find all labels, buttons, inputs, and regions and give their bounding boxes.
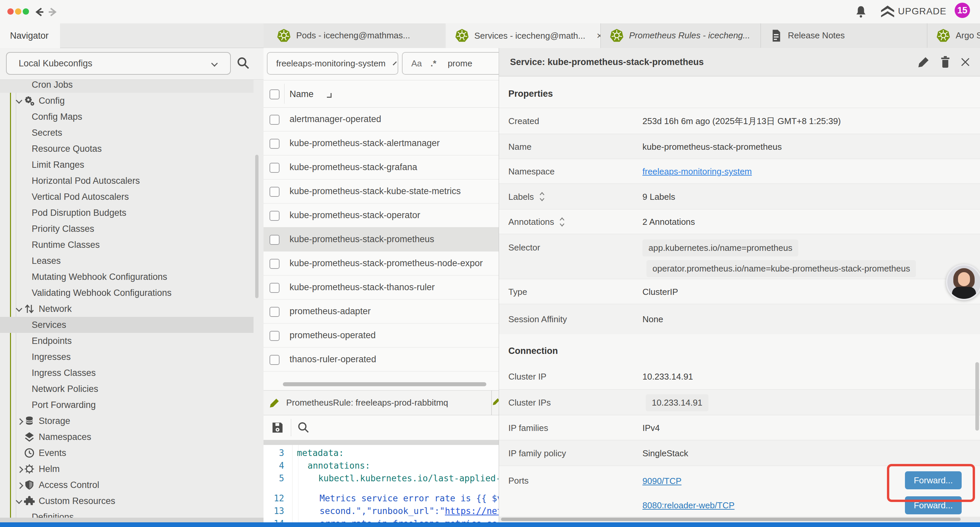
notifications-bell-icon[interactable] — [854, 5, 867, 18]
search-icon[interactable] — [236, 56, 250, 70]
detail-title: Service: kube-prometheus-stack-prometheu… — [510, 57, 704, 67]
row-checkbox[interactable] — [269, 235, 280, 245]
row-checkbox[interactable] — [269, 187, 280, 197]
sidebar-horizontal-scrollbar[interactable] — [0, 517, 264, 522]
editor-tab-prometheusrule[interactable]: PrometheusRule: freeleaps-prod-rabbitmq — [264, 390, 492, 415]
sidebar-item-namespaces[interactable]: Namespaces — [0, 429, 253, 445]
detail-horizontal-scrollbar-thumb[interactable] — [501, 517, 961, 521]
kubernetes-icon — [455, 29, 469, 43]
minimize-window-button[interactable] — [15, 8, 21, 15]
sidebar-item-ingresses[interactable]: Ingresses — [0, 349, 253, 365]
table-row[interactable]: thanos-ruler-operated — [264, 347, 499, 372]
user-avatar[interactable] — [946, 264, 980, 300]
table-row[interactable]: kube-prometheus-stack-thanos-ruler — [264, 275, 499, 299]
port-link-9090[interactable]: 9090/TCP — [643, 476, 681, 486]
tab-prometheus-rules[interactable]: Prometheus Rules - icecheng... — [600, 23, 761, 48]
sidebar-item-leases[interactable]: Leases — [0, 253, 253, 269]
sidebar-item-validating-webhook-configurations[interactable]: Validating Webhook Configurations — [0, 285, 253, 301]
delete-trash-icon[interactable] — [939, 56, 951, 68]
sidebar-item-custom-resources[interactable]: Custom Resources — [0, 493, 253, 509]
select-all-checkbox[interactable] — [269, 89, 280, 99]
row-checkbox[interactable] — [269, 283, 280, 293]
expand-collapse-icon[interactable] — [539, 192, 546, 202]
maximize-window-button[interactable] — [23, 8, 29, 15]
yaml-editor[interactable]: 3metadata: 4annotations: 5kubectl.kubern… — [264, 445, 499, 527]
sidebar-scrollbar-thumb[interactable] — [255, 155, 259, 298]
tab-strip: Navigator Pods - icecheng@mathmas... Ser… — [0, 23, 980, 48]
row-checkbox[interactable] — [269, 163, 280, 173]
sidebar-item-limit-ranges[interactable]: Limit Ranges — [0, 157, 253, 173]
expand-collapse-icon[interactable] — [559, 217, 565, 227]
match-case-icon[interactable]: Aa — [411, 58, 422, 69]
editor-scroll-strip[interactable] — [264, 440, 499, 445]
sidebar-item-vertical-pod-autoscalers[interactable]: Vertical Pod Autoscalers — [0, 189, 253, 205]
upgrade-label[interactable]: UPGRADE — [898, 6, 946, 17]
row-checkbox[interactable] — [269, 331, 280, 341]
tab-pods[interactable]: Pods - icecheng@mathmas... — [267, 23, 446, 48]
row-checkbox[interactable] — [269, 139, 280, 149]
column-header-name[interactable]: Name — [290, 89, 313, 99]
row-checkbox[interactable] — [269, 115, 280, 125]
sidebar-item-priority-classes[interactable]: Priority Classes — [0, 221, 253, 237]
detail-scrollbar-thumb[interactable] — [975, 362, 979, 431]
sidebar-item-horizontal-pod-autoscalers[interactable]: Horizontal Pod Autoscalers — [0, 173, 253, 189]
row-checkbox[interactable] — [269, 355, 280, 365]
kubeconfig-selector[interactable]: Local Kubeconfigs — [6, 52, 231, 75]
sidebar-item-access-control[interactable]: Access Control — [0, 477, 253, 493]
sidebar-item-secrets[interactable]: Secrets — [0, 125, 253, 141]
kubernetes-icon — [936, 29, 950, 43]
table-row[interactable]: kube-prometheus-stack-grafana — [264, 155, 499, 180]
runbook-url-link[interactable]: https://netda — [445, 506, 499, 516]
close-icon[interactable] — [960, 57, 970, 67]
sidebar-item-helm[interactable]: Helm — [0, 461, 253, 477]
filter-search-input[interactable]: Aa .* prome — [402, 52, 499, 75]
sidebar-item-storage[interactable]: Storage — [0, 413, 253, 429]
row-checkbox[interactable] — [269, 211, 280, 221]
sidebar-item-pod-disruption-budgets[interactable]: Pod Disruption Budgets — [0, 205, 253, 221]
table-row[interactable]: kube-prometheus-stack-operator — [264, 203, 499, 228]
save-icon[interactable] — [271, 421, 284, 434]
sidebar-item-services[interactable]: Services — [0, 317, 253, 333]
notification-count-badge[interactable]: 15 — [955, 3, 970, 18]
search-icon[interactable] — [297, 421, 310, 434]
row-checkbox[interactable] — [269, 259, 280, 269]
sidebar-item-cron-jobs[interactable]: Cron Jobs — [0, 80, 253, 93]
table-horizontal-scrollbar-thumb[interactable] — [283, 382, 486, 386]
tab-release-notes[interactable]: Release Notes — [760, 23, 927, 48]
tab-argo[interactable]: Argo Se — [927, 23, 980, 48]
upgrade-icon[interactable] — [880, 5, 895, 19]
sidebar-item-network[interactable]: Network — [0, 301, 253, 317]
close-window-button[interactable] — [7, 8, 14, 15]
editor-tab-partial[interactable] — [492, 390, 499, 415]
sidebar-item-network-policies[interactable]: Network Policies — [0, 381, 253, 397]
sidebar-item-runtime-classes[interactable]: Runtime Classes — [0, 237, 253, 253]
table-row[interactable]: kube-prometheus-stack-alertmanager — [264, 131, 499, 155]
document-icon — [770, 29, 783, 42]
sidebar-item-ingress-classes[interactable]: Ingress Classes — [0, 365, 253, 381]
forward-icon[interactable] — [48, 6, 59, 18]
namespace-selector[interactable]: freeleaps-monitoring-system — [267, 52, 398, 75]
edit-pencil-icon[interactable] — [918, 56, 930, 68]
port-link-8080[interactable]: 8080:reloader-web/TCP — [643, 500, 735, 511]
sidebar-item-events[interactable]: Events — [0, 445, 253, 461]
regex-icon[interactable]: .* — [431, 58, 436, 69]
namespace-link[interactable]: freeleaps-monitoring-system — [643, 166, 752, 177]
sidebar-item-port-forwarding[interactable]: Port Forwarding — [0, 397, 253, 413]
table-row[interactable]: prometheus-adapter — [264, 299, 499, 323]
sidebar-item-endpoints[interactable]: Endpoints — [0, 333, 253, 349]
navigator-panel-tab[interactable]: Navigator — [0, 23, 60, 48]
row-checkbox[interactable] — [269, 307, 280, 317]
back-icon[interactable] — [33, 6, 45, 18]
sidebar-item-mutating-webhook-configurations[interactable]: Mutating Webhook Configurations — [0, 269, 253, 285]
table-row[interactable]: kube-prometheus-stack-kube-state-metrics — [264, 179, 499, 204]
table-row[interactable]: kube-prometheus-stack-prometheus-node-ex… — [264, 251, 499, 275]
sidebar-item-config[interactable]: Config — [0, 93, 253, 109]
sidebar-item-resource-quotas[interactable]: Resource Quotas — [0, 141, 253, 157]
tab-services[interactable]: Services - icecheng@math... × — [445, 23, 601, 48]
table-row[interactable]: prometheus-operated — [264, 323, 499, 347]
detail-horizontal-scrollbar[interactable] — [499, 517, 980, 522]
sidebar-item-config-maps[interactable]: Config Maps — [0, 109, 253, 125]
table-row-selected[interactable]: kube-prometheus-stack-prometheus — [264, 227, 499, 252]
section-heading-properties: Properties — [508, 89, 553, 99]
table-row[interactable]: alertmanager-operated — [264, 107, 499, 131]
